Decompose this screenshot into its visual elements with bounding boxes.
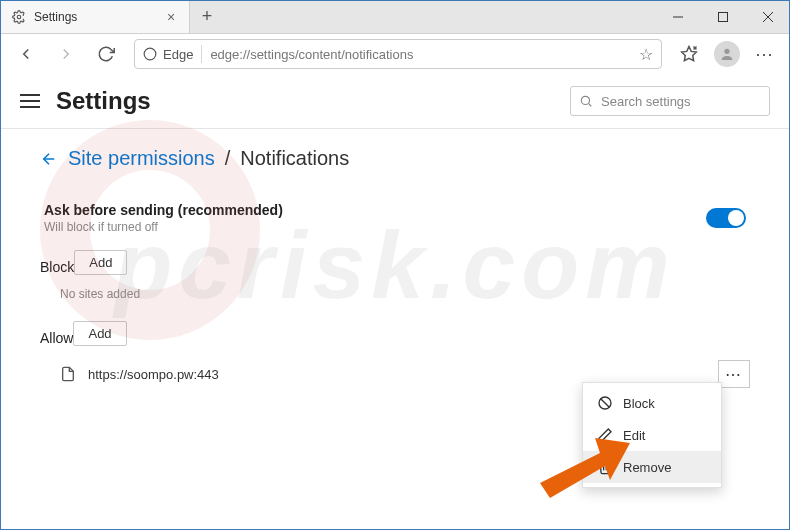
ctx-block-label: Block	[623, 396, 655, 411]
svg-line-11	[589, 104, 592, 107]
address-bar[interactable]: Edge edge://settings/content/notificatio…	[134, 39, 662, 69]
block-empty-text: No sites added	[40, 281, 750, 315]
ask-before-sending-row: Ask before sending (recommended) Will bl…	[40, 192, 750, 244]
edge-icon	[143, 47, 157, 61]
forward-button[interactable]	[48, 38, 84, 70]
gear-icon	[12, 10, 26, 24]
svg-point-5	[144, 48, 156, 60]
search-placeholder: Search settings	[601, 94, 691, 109]
favorite-icon[interactable]: ☆	[639, 45, 653, 64]
address-separator	[201, 45, 202, 63]
allow-site-url: https://soompo.pw:443	[88, 367, 706, 382]
svg-rect-2	[718, 12, 727, 21]
ask-title: Ask before sending (recommended)	[44, 202, 706, 218]
block-add-button[interactable]: Add	[74, 250, 127, 275]
file-icon	[60, 366, 76, 382]
annotation-arrow-icon	[540, 438, 630, 498]
breadcrumb: Site permissions / Notifications	[40, 147, 750, 170]
breadcrumb-back-icon[interactable]	[40, 150, 58, 168]
tab-title: Settings	[34, 10, 155, 24]
allow-add-button[interactable]: Add	[73, 321, 126, 346]
new-tab-button[interactable]: +	[190, 0, 224, 33]
svg-point-10	[581, 96, 589, 104]
titlebar-drag-area	[224, 0, 655, 33]
allow-section-header: Allow Add	[40, 315, 750, 352]
search-settings-input[interactable]: Search settings	[570, 86, 770, 116]
breadcrumb-current: Notifications	[240, 147, 349, 170]
breadcrumb-parent[interactable]: Site permissions	[68, 147, 215, 170]
refresh-button[interactable]	[88, 38, 124, 70]
ask-toggle[interactable]	[706, 208, 746, 228]
hamburger-icon[interactable]	[20, 94, 40, 108]
svg-point-0	[17, 15, 21, 19]
edge-protocol-label: Edge	[143, 47, 193, 62]
favorites-button[interactable]	[672, 38, 706, 70]
window-titlebar: Settings × +	[0, 0, 790, 34]
site-more-button[interactable]: ⋯	[718, 360, 750, 388]
profile-button[interactable]	[710, 38, 744, 70]
svg-point-9	[724, 49, 729, 54]
settings-header: Settings Search settings	[0, 74, 790, 124]
settings-content: Site permissions / Notifications Ask bef…	[0, 128, 790, 416]
block-title: Block	[40, 259, 74, 275]
browser-toolbar: Edge edge://settings/content/notificatio…	[0, 34, 790, 74]
allow-title: Allow	[40, 330, 73, 346]
ctx-block[interactable]: Block	[583, 387, 721, 419]
block-icon	[597, 395, 613, 411]
url-text: edge://settings/content/notifications	[210, 47, 631, 62]
window-close-button[interactable]	[745, 0, 790, 33]
block-section-header: Block Add	[40, 244, 750, 281]
page-title: Settings	[56, 87, 554, 115]
ctx-remove-label: Remove	[623, 460, 671, 475]
breadcrumb-separator: /	[225, 147, 231, 170]
more-menu-button[interactable]: ⋯	[748, 38, 782, 70]
avatar-icon	[714, 41, 740, 67]
browser-tab[interactable]: Settings ×	[0, 0, 190, 33]
svg-line-14	[601, 399, 610, 408]
window-maximize-button[interactable]	[700, 0, 745, 33]
window-minimize-button[interactable]	[655, 0, 700, 33]
back-button[interactable]	[8, 38, 44, 70]
ask-subtitle: Will block if turned off	[44, 220, 706, 234]
svg-marker-15	[540, 438, 630, 498]
search-icon	[579, 94, 593, 108]
tab-close-icon[interactable]: ×	[163, 9, 179, 25]
